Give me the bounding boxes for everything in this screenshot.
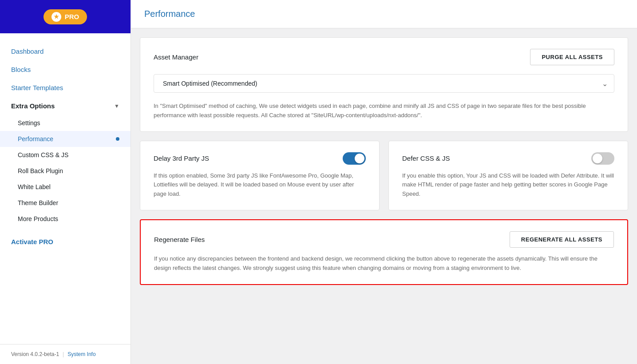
toggle-cards-row: Delay 3rd Party JS If this option enable… [140,141,628,210]
sidebar-sub-items: Settings Performance Custom CSS & JS Rol… [0,115,131,231]
sidebar-nav: Dashboard Blocks Starter Templates Extra… [0,33,131,344]
sidebar-header: ★ PRO [0,0,131,33]
defer-css-js-description: If you enable this option, Your JS and C… [402,171,614,199]
asset-manager-description: In "Smart Optimised" method of caching, … [154,102,614,120]
footer-divider: | [63,351,64,357]
regenerate-header: Regenerate Files REGENERATE ALL ASSETS [154,231,614,248]
sidebar-item-more-products[interactable]: More Products [0,211,131,227]
main-content: Performance Asset Manager PURGE ALL ASSE… [131,0,637,364]
asset-manager-card: Asset Manager PURGE ALL ASSETS Smart Opt… [140,37,628,132]
content-area: Asset Manager PURGE ALL ASSETS Smart Opt… [131,37,637,294]
activate-pro-link[interactable]: Activate PRO [0,231,131,252]
pro-badge-icon: ★ [51,12,61,22]
page-header: Performance [131,0,637,28]
chevron-down-icon: ▼ [114,103,119,109]
pro-badge: ★ PRO [44,9,87,24]
asset-mode-select[interactable]: Smart Optimised (Recommended) All Assets… [154,74,614,93]
asset-manager-header: Asset Manager PURGE ALL ASSETS [154,49,614,65]
regenerate-files-description: If you notice any discrepancies between … [154,254,614,273]
asset-mode-select-wrapper: Smart Optimised (Recommended) All Assets… [154,74,614,93]
active-dot-icon [116,137,119,141]
defer-css-js-toggle[interactable] [591,152,614,165]
sidebar-footer: Version 4.0.2-beta-1 | System Info [0,344,131,364]
sidebar-item-theme-builder[interactable]: Theme Builder [0,195,131,211]
defer-css-js-card: Defer CSS & JS If you enable this option… [388,141,628,210]
defer-css-js-label: Defer CSS & JS [402,154,450,162]
regenerate-files-card: Regenerate Files REGENERATE ALL ASSETS I… [140,219,628,285]
pro-badge-label: PRO [65,13,79,20]
sidebar-item-performance[interactable]: Performance [0,131,131,147]
defer-css-js-header: Defer CSS & JS [402,152,614,165]
sidebar-item-rollback[interactable]: Roll Back Plugin [0,163,131,179]
sidebar-item-dashboard[interactable]: Dashboard [0,42,131,60]
delay-3rd-party-label: Delay 3rd Party JS [154,154,209,162]
delay-3rd-party-toggle[interactable] [343,152,366,165]
sidebar-item-settings[interactable]: Settings [0,115,131,131]
regenerate-files-label: Regenerate Files [154,236,205,243]
delay-3rd-party-header: Delay 3rd Party JS [154,152,366,165]
sidebar-item-custom-css-js[interactable]: Custom CSS & JS [0,147,131,163]
sidebar-extra-options[interactable]: Extra Options ▼ [0,97,131,115]
sidebar-item-white-label[interactable]: White Label [0,179,131,195]
version-label: Version 4.0.2-beta-1 [11,351,59,357]
sidebar-item-starter-templates[interactable]: Starter Templates [0,79,131,97]
sidebar: ★ PRO Dashboard Blocks Starter Templates… [0,0,131,364]
page-title: Performance [144,9,624,19]
purge-all-assets-button[interactable]: PURGE ALL ASSETS [530,49,614,65]
delay-3rd-party-description: If this option enabled, Some 3rd party J… [154,171,366,199]
sidebar-item-blocks[interactable]: Blocks [0,60,131,79]
system-info-link[interactable]: System Info [67,351,95,357]
regenerate-all-assets-button[interactable]: REGENERATE ALL ASSETS [510,231,614,248]
delay-3rd-party-card: Delay 3rd Party JS If this option enable… [140,141,380,210]
asset-manager-label: Asset Manager [154,53,198,61]
